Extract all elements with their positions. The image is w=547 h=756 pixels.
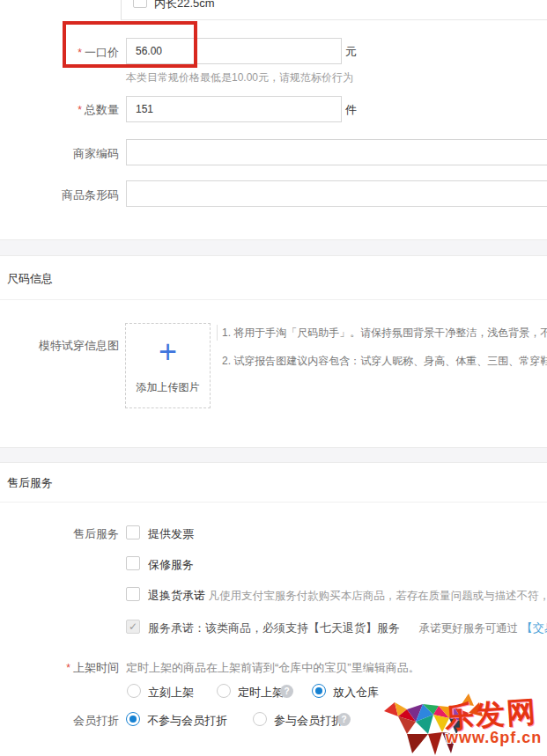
plus-icon: + [126,336,210,368]
size-options-panel: 内长22.5cm [121,0,547,20]
quantity-unit: 件 [345,102,357,118]
required-asterisk: * [78,47,82,59]
radio-member-discount[interactable] [253,712,267,726]
size-option-checkbox[interactable] [133,0,147,8]
trade-contract-link[interactable]: 【交易合约】 [521,621,547,635]
price-hint: 本类目常规价格最低是10.00元，请规范标价行为 [126,70,353,85]
after-sales-group-label: 售后服务 [0,526,119,542]
divider [217,325,218,341]
radio-list-now[interactable] [127,684,141,698]
radio-no-member-discount-label: 不参与会员打折 [147,713,227,729]
barcode-label: 商品条形码 [0,187,119,203]
service-promise-suffix: 承诺更好服务可通过 [419,622,519,635]
section-separator [0,239,547,256]
watermark-site-url: www.6pf.cn [446,729,542,747]
barcode-input[interactable] [126,180,547,207]
invoice-checkbox-label: 提供发票 [148,526,194,542]
return-promise-label: 退换货承诺 凡使用支付宝服务付款购买本店商品，若存在质量问题或与描述不符，本店 [148,588,547,604]
price-input[interactable] [126,38,342,64]
upload-hint-line1: 1. 将用于手淘「尺码助手」。请保持氛围背景干净整洁，浅色背景，不 [222,326,547,341]
radio-dot [315,687,322,694]
merchant-code-input[interactable] [126,139,547,165]
required-asterisk: * [78,104,82,116]
shelf-time-label: *上架时间 [0,660,119,676]
quantity-input[interactable] [126,96,342,122]
divider [0,502,547,503]
shelf-time-description: 定时上架的商品在上架前请到“仓库中的宝贝”里编辑商品。 [126,660,420,676]
warranty-checkbox[interactable] [126,556,140,570]
model-fit-label: 模特试穿信息图 [0,338,119,354]
return-promise-checkbox[interactable] [126,587,140,601]
radio-scheduled-label: 定时上架 [238,685,284,701]
service-promise-checkbox: ✓ [126,620,140,634]
radio-scheduled[interactable] [217,684,231,698]
check-icon: ✓ [129,621,137,632]
radio-no-member-discount[interactable] [126,712,140,726]
quantity-label: *总数量 [0,102,119,118]
price-label: *一口价 [0,45,119,61]
radio-member-discount-label: 参与会员打折 [274,713,343,729]
required-asterisk: * [66,662,70,674]
radio-list-now-label: 立刻上架 [148,685,194,701]
merchant-code-label: 商家编码 [0,146,119,162]
section-separator [0,447,547,463]
return-promise-description: 凡使用支付宝服务付款购买本店商品，若存在质量问题或与描述不符，本店 [209,590,547,602]
radio-warehouse[interactable] [312,684,326,698]
radio-warehouse-label: 放入仓库 [333,685,379,701]
after-sales-section-title: 售后服务 [7,475,53,491]
help-icon[interactable]: ? [337,713,351,726]
price-unit: 元 [345,44,357,60]
size-info-section-title: 尺码信息 [7,271,53,287]
radio-dot [129,716,137,723]
upload-image-button[interactable]: + 添加上传图片 [125,323,211,408]
divider [0,299,547,300]
upload-button-label: 添加上传图片 [126,380,210,395]
size-option-label: 内长22.5cm [154,0,215,11]
product-edit-form: 内长22.5cm *一口价 元 本类目常规价格最低是10.00元，请规范标价行为… [0,0,547,756]
warranty-checkbox-label: 保修服务 [148,557,194,573]
member-discount-label: 会员打折 [0,713,119,729]
help-icon[interactable]: ? [280,685,293,698]
invoice-checkbox[interactable] [126,525,140,539]
upload-hint-line2: 2. 试穿报告图建议内容包含：试穿人昵称、身高、体重、三围、常穿鞋 [222,354,547,369]
service-promise-label: 服务承诺：该类商品，必须支持【七天退货】服务 承诺更好服务可通过 【交易合约】 [148,620,547,636]
